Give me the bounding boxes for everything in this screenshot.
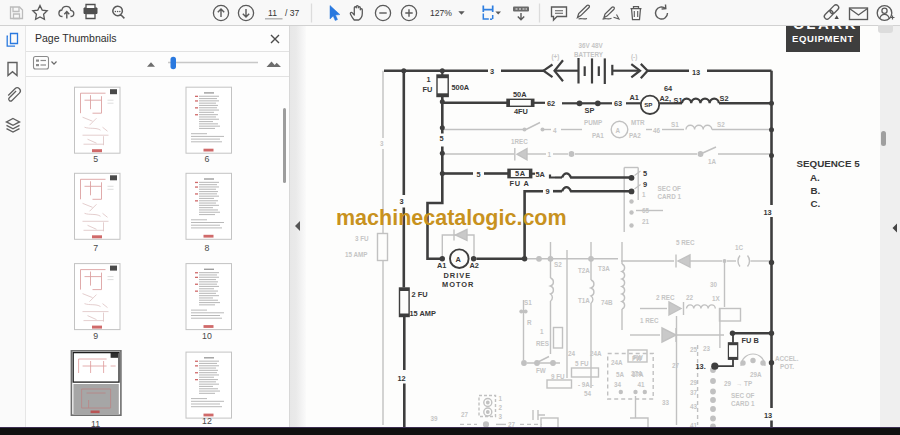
svg-text:43: 43 (690, 403, 698, 410)
svg-text:T3A: T3A (598, 265, 610, 272)
svg-text:1X: 1X (712, 295, 721, 302)
svg-text:S2: S2 (717, 121, 725, 128)
svg-text:5A: 5A (515, 169, 526, 178)
svg-text:23: 23 (703, 345, 711, 352)
svg-text:5 REC: 5 REC (676, 239, 695, 246)
svg-text:(-): (-) (631, 53, 637, 61)
svg-text:62: 62 (547, 99, 555, 108)
svg-text:→ TP: → TP (736, 380, 752, 387)
svg-text:(+): (+) (552, 53, 560, 61)
svg-text:DRIVE: DRIVE (444, 271, 472, 280)
svg-text:PA2: PA2 (629, 132, 641, 139)
svg-text:S1: S1 (524, 299, 532, 306)
svg-text:13: 13 (764, 208, 772, 217)
svg-text:5A: 5A (536, 170, 546, 179)
svg-text:3: 3 (380, 140, 384, 147)
svg-text:9: 9 (93, 331, 98, 341)
svg-text:27: 27 (461, 411, 469, 418)
svg-text:3: 3 (499, 413, 503, 420)
svg-text:46: 46 (653, 127, 661, 134)
svg-text:33: 33 (662, 399, 670, 406)
svg-text:34: 34 (614, 381, 622, 388)
svg-text:FU B: FU B (742, 336, 759, 345)
svg-text:ACCEL.: ACCEL. (775, 355, 799, 362)
svg-text:R: R (527, 319, 532, 326)
svg-text:7: 7 (93, 243, 98, 253)
svg-text:22: 22 (686, 294, 694, 301)
svg-text:13: 13 (692, 68, 700, 77)
svg-text:30: 30 (710, 281, 718, 288)
svg-text:12: 12 (398, 374, 406, 383)
svg-text:5A: 5A (616, 371, 625, 378)
svg-text:A2: A2 (470, 261, 479, 270)
svg-text:BATTERY: BATTERY (574, 51, 604, 58)
svg-text:SEQUENCE 5: SEQUENCE 5 (797, 158, 861, 169)
svg-text:500A: 500A (452, 83, 470, 92)
svg-text:T2A: T2A (578, 267, 590, 274)
svg-text:41: 41 (638, 381, 646, 388)
svg-text:MOTOR: MOTOR (442, 280, 474, 289)
svg-text:9: 9 (643, 180, 647, 189)
svg-text:5 FU: 5 FU (575, 360, 589, 367)
svg-text:10: 10 (202, 331, 212, 341)
svg-text:39: 39 (431, 415, 439, 422)
svg-text:21: 21 (642, 218, 650, 225)
svg-text:S2: S2 (720, 94, 729, 103)
svg-text:A: A (456, 255, 462, 264)
svg-text:54: 54 (584, 390, 592, 397)
svg-text:FU: FU (423, 85, 433, 94)
svg-text:5: 5 (643, 169, 647, 178)
svg-text:9: 9 (546, 187, 550, 196)
svg-text:PA1: PA1 (592, 132, 604, 139)
svg-text:1: 1 (499, 395, 503, 402)
svg-text:24A: 24A (590, 350, 602, 357)
svg-text:C.: C. (811, 198, 821, 209)
svg-text:29: 29 (690, 379, 698, 386)
svg-text:CARD 1: CARD 1 (731, 400, 755, 407)
svg-text:5: 5 (93, 154, 98, 164)
svg-text:74B: 74B (601, 299, 613, 306)
svg-text:1: 1 (548, 151, 552, 158)
svg-text:50A: 50A (513, 90, 527, 99)
svg-text:11: 11 (268, 8, 277, 18)
svg-text:RES: RES (536, 340, 549, 347)
svg-text:S1: S1 (671, 121, 679, 128)
svg-text:/ 37: / 37 (285, 8, 300, 18)
svg-text:2 FU: 2 FU (412, 290, 428, 299)
svg-text:27A: 27A (631, 370, 643, 377)
svg-text:SP: SP (585, 106, 595, 115)
svg-text:POT.: POT. (780, 363, 794, 370)
svg-text:CARD 1: CARD 1 (658, 193, 682, 200)
svg-text:FU A: FU A (510, 179, 530, 188)
svg-text:15 AMP: 15 AMP (410, 309, 436, 318)
svg-text:SP: SP (644, 101, 652, 108)
svg-text:T1A: T1A (578, 297, 590, 304)
svg-text:8: 8 (205, 243, 210, 253)
svg-text:13: 13 (764, 411, 772, 420)
svg-text:15 AMP: 15 AMP (345, 251, 368, 258)
svg-text:3 FU: 3 FU (355, 235, 369, 242)
svg-text:29A: 29A (750, 371, 762, 378)
svg-text:PUMP: PUMP (584, 119, 602, 126)
svg-text:9 FU: 9 FU (551, 373, 565, 380)
svg-text:64: 64 (664, 84, 673, 93)
svg-text:27: 27 (672, 362, 680, 369)
svg-text:37: 37 (690, 389, 698, 396)
svg-text:MTR: MTR (631, 119, 645, 126)
svg-text:1 REC: 1 REC (640, 317, 659, 324)
svg-text:24: 24 (568, 350, 576, 357)
svg-text:A.: A. (810, 172, 820, 183)
svg-text:B.: B. (811, 185, 821, 196)
svg-text:6: 6 (205, 154, 210, 164)
svg-text:1: 1 (642, 191, 646, 198)
svg-text:3: 3 (490, 67, 494, 76)
svg-text:A1: A1 (630, 93, 639, 102)
svg-text:1: 1 (427, 75, 431, 84)
svg-text:A: A (616, 127, 621, 134)
svg-text:4: 4 (553, 127, 557, 134)
svg-text:SEC OF: SEC OF (658, 185, 682, 192)
svg-text:24A: 24A (611, 359, 623, 366)
svg-text:A1: A1 (437, 261, 446, 270)
svg-text:S1: S1 (674, 96, 683, 105)
svg-text:S2: S2 (554, 261, 562, 268)
